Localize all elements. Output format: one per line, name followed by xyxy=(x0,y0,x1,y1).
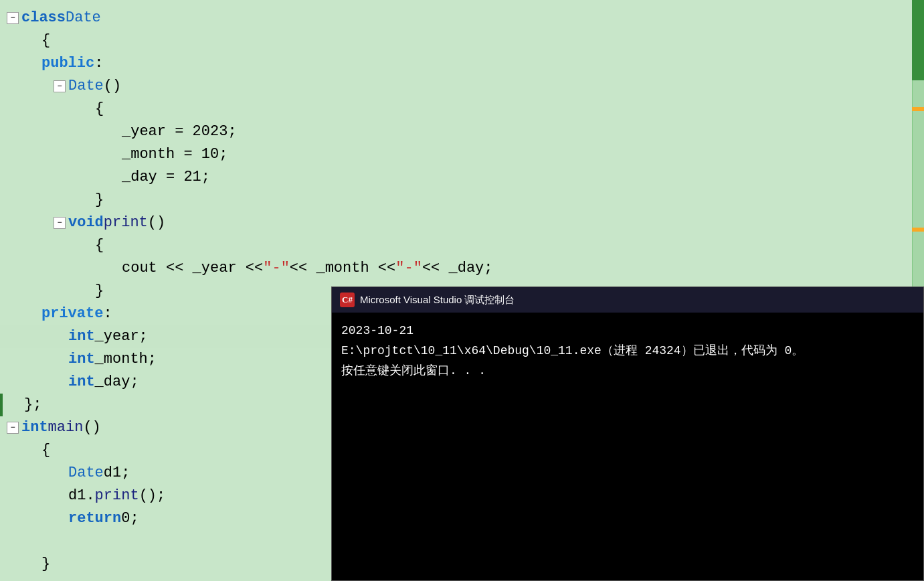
code-line-12: cout << _year << "-" << _month << "-" <<… xyxy=(0,257,924,280)
code-line-10: − void print() xyxy=(0,212,924,234)
fold-btn-4[interactable]: − xyxy=(54,80,66,92)
fold-btn-1[interactable]: − xyxy=(7,12,19,24)
console-output-line1: 2023-10-21 xyxy=(341,321,914,341)
code-line-1: − class Date xyxy=(0,7,924,29)
fold-btn-10[interactable]: − xyxy=(54,217,66,229)
code-line-5: { xyxy=(0,98,924,120)
keyword-class: class xyxy=(21,7,66,29)
scrollbar-thumb[interactable] xyxy=(912,0,924,80)
fold-btn-19[interactable]: − xyxy=(7,422,19,434)
console-title: Microsoft Visual Studio 调试控制台 xyxy=(360,294,515,307)
console-body: 2023-10-21 E:\projtct\10_11\x64\Debug\10… xyxy=(332,313,923,389)
scrollbar-marker-1 xyxy=(912,107,924,111)
code-line-3: public: xyxy=(0,52,924,75)
code-line-2: { xyxy=(0,29,924,52)
console-output-line2: E:\projtct\10_11\x64\Debug\10_11.exe（进程 … xyxy=(341,341,914,361)
console-window: C# Microsoft Visual Studio 调试控制台 2023-10… xyxy=(331,286,924,581)
console-output-line3: 按任意键关闭此窗口. . . xyxy=(341,361,914,381)
code-line-7: _month = 10; xyxy=(0,143,924,166)
code-line-6: _year = 2023; xyxy=(0,120,924,143)
classname-date: Date xyxy=(66,7,101,29)
console-title-bar: C# Microsoft Visual Studio 调试控制台 xyxy=(332,287,923,313)
code-line-9: } xyxy=(0,189,924,212)
scrollbar-marker-2 xyxy=(912,228,924,232)
code-line-8: _day = 21; xyxy=(0,166,924,189)
vs-icon: C# xyxy=(340,293,355,307)
code-line-4: − Date() xyxy=(0,75,924,98)
code-line-11: { xyxy=(0,234,924,257)
